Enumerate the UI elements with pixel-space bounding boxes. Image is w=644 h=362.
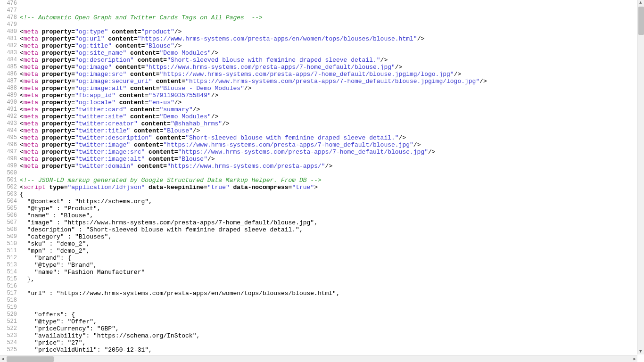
horizontal-scroll-thumb[interactable] xyxy=(7,356,54,362)
line-number: 522 xyxy=(0,325,17,332)
code-line[interactable]: <meta property="twitter:domain" content=… xyxy=(20,163,644,170)
code-line[interactable]: <meta property="og:locale" content="en-u… xyxy=(20,99,644,106)
code-line[interactable]: "image" : "https://www.hrms-systems.com/… xyxy=(20,219,644,226)
line-number: 509 xyxy=(0,233,17,240)
code-line[interactable]: <meta property="og:image:secure_url" con… xyxy=(20,78,644,85)
line-number: 498 xyxy=(0,156,17,163)
line-number: 524 xyxy=(0,339,17,346)
line-number: 499 xyxy=(0,163,17,170)
code-line[interactable]: "@type" : "Product", xyxy=(20,205,644,212)
code-line[interactable]: <!-- JSON-LD markup generated by Google … xyxy=(20,177,644,184)
code-line[interactable] xyxy=(20,0,644,7)
vertical-scrollbar[interactable]: ▲ ▼ xyxy=(637,0,644,354)
line-number: 482 xyxy=(0,42,17,49)
code-line[interactable]: <meta property="twitter:card" content="s… xyxy=(20,106,644,113)
code-line[interactable]: <meta property="twitter:image" content="… xyxy=(20,141,644,148)
code-line[interactable]: <meta property="twitter:creator" content… xyxy=(20,120,644,127)
line-number: 491 xyxy=(0,106,17,113)
code-line[interactable]: <meta property="og:image:src" content="h… xyxy=(20,71,644,78)
line-number: 512 xyxy=(0,255,17,262)
scroll-right-icon[interactable]: ▶ xyxy=(634,356,636,362)
scroll-left-icon[interactable]: ◀ xyxy=(1,356,4,362)
code-line[interactable]: <meta property="og:title" content="Blous… xyxy=(20,42,644,49)
code-line[interactable]: "mpn" : "demo_2", xyxy=(20,247,644,255)
line-number: 516 xyxy=(0,283,17,290)
line-number: 479 xyxy=(0,21,17,28)
line-number: 520 xyxy=(0,311,17,318)
line-number: 518 xyxy=(0,297,17,304)
line-number: 480 xyxy=(0,28,17,35)
code-line[interactable]: "price": "27", xyxy=(20,339,644,346)
horizontal-scrollbar[interactable]: ◀ ▶ xyxy=(0,355,637,362)
code-line[interactable]: "category" : "Blouses", xyxy=(20,233,644,240)
code-line[interactable]: }, xyxy=(20,276,644,283)
line-number: 511 xyxy=(0,247,17,255)
line-number: 523 xyxy=(0,332,17,339)
code-line[interactable]: "name" : "Blouse", xyxy=(20,212,644,219)
code-line[interactable]: <meta property="og:image" content="https… xyxy=(20,64,644,71)
scroll-down-icon[interactable]: ▼ xyxy=(639,349,642,354)
line-number: 515 xyxy=(0,276,17,283)
code-line[interactable]: <meta property="og:type" content="produc… xyxy=(20,28,644,35)
code-area[interactable]: <!-- Automatic Open Graph and Twitter Ca… xyxy=(20,0,644,354)
line-number: 500 xyxy=(0,170,17,177)
line-number: 525 xyxy=(0,346,17,354)
code-line[interactable] xyxy=(20,21,644,28)
code-line[interactable]: "description" : "Short-sleeved blouse wi… xyxy=(20,226,644,233)
line-number: 490 xyxy=(0,99,17,106)
code-line[interactable]: <meta property="twitter:description" con… xyxy=(20,134,644,141)
code-line[interactable] xyxy=(20,7,644,14)
code-line[interactable]: <meta property="og:description" content=… xyxy=(20,57,644,64)
code-line[interactable]: <meta property="og:image:alt" content="B… xyxy=(20,85,644,92)
line-number: 514 xyxy=(0,269,17,276)
line-number: 489 xyxy=(0,92,17,99)
line-number: 513 xyxy=(0,262,17,269)
line-number: 521 xyxy=(0,318,17,325)
code-line[interactable]: <meta property="og:url" content="https:/… xyxy=(20,35,644,42)
code-line[interactable]: <meta property="twitter:image:src" conte… xyxy=(20,148,644,156)
code-line[interactable]: "brand": { xyxy=(20,255,644,262)
code-line[interactable] xyxy=(20,304,644,311)
code-line[interactable]: <meta property="twitter:site" content="D… xyxy=(20,113,644,120)
code-line[interactable]: <meta property="twitter:title" content="… xyxy=(20,127,644,134)
line-number: 492 xyxy=(0,113,17,120)
code-line[interactable]: { xyxy=(20,191,644,198)
code-line[interactable]: "offers": { xyxy=(20,311,644,318)
code-line[interactable]: <script type="application/ld+json" data-… xyxy=(20,184,644,191)
code-line[interactable]: "priceValidUntil": "2050-12-31", xyxy=(20,346,644,354)
code-line[interactable]: <!-- Automatic Open Graph and Twitter Ca… xyxy=(20,14,644,21)
line-number: 488 xyxy=(0,85,17,92)
line-number: 481 xyxy=(0,35,17,42)
line-number: 478 xyxy=(0,14,17,21)
code-line[interactable]: <meta property="fb:app_id" content="5791… xyxy=(20,92,644,99)
code-editor[interactable]: 4764774784794804814824834844854864874884… xyxy=(0,0,644,354)
line-number: 505 xyxy=(0,205,17,212)
scroll-up-icon[interactable]: ▲ xyxy=(639,0,642,5)
code-line[interactable]: "@type": "Brand", xyxy=(20,262,644,269)
line-number: 507 xyxy=(0,219,17,226)
line-number: 487 xyxy=(0,78,17,85)
line-number: 519 xyxy=(0,304,17,311)
code-line[interactable] xyxy=(20,283,644,290)
code-line[interactable]: "name": "Fashion Manufacturer" xyxy=(20,269,644,276)
line-number: 496 xyxy=(0,141,17,148)
line-number: 494 xyxy=(0,127,17,134)
line-number: 506 xyxy=(0,212,17,219)
line-number: 502 xyxy=(0,184,17,191)
line-number: 493 xyxy=(0,120,17,127)
code-line[interactable]: "@type": "Offer", xyxy=(20,318,644,325)
line-number: 486 xyxy=(0,71,17,78)
line-number: 501 xyxy=(0,177,17,184)
line-number: 476 xyxy=(0,0,17,7)
code-line[interactable]: "@context" : "https://schema.org", xyxy=(20,198,644,205)
code-line[interactable]: <meta property="twitter:image:alt" conte… xyxy=(20,156,644,163)
vertical-scroll-thumb[interactable] xyxy=(638,7,644,35)
line-number: 504 xyxy=(0,198,17,205)
code-line[interactable] xyxy=(20,297,644,304)
code-line[interactable] xyxy=(20,170,644,177)
code-line[interactable]: "url" : "https://www.hrms-systems.com/pr… xyxy=(20,290,644,297)
code-line[interactable]: "availability": "https://schema.org/InSt… xyxy=(20,332,644,339)
code-line[interactable]: "priceCurrency": "GBP", xyxy=(20,325,644,332)
code-line[interactable]: "sku" : "demo_2", xyxy=(20,240,644,247)
code-line[interactable]: <meta property="og:site_name" content="D… xyxy=(20,49,644,57)
